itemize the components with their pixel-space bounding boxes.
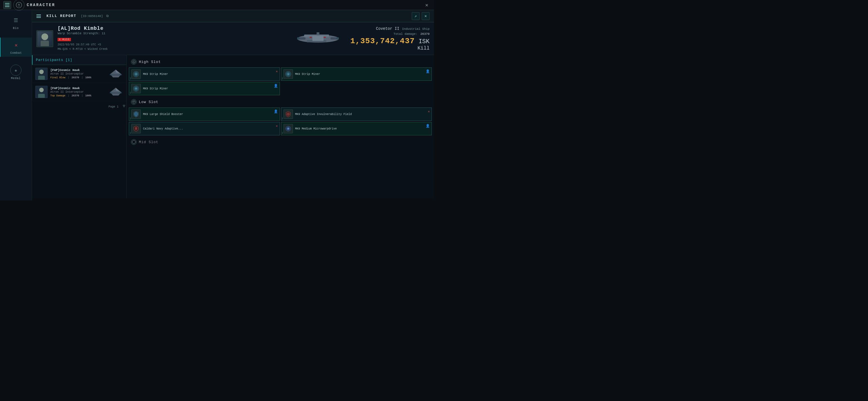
high-slot-grid: 1 MK9 Strip Miner ✕ 1 — [129, 67, 432, 95]
sidebar-item-medal[interactable]: ★ Medal — [0, 62, 32, 82]
high-slot-title: High Slot — [139, 60, 161, 64]
participants-title: Participants [1] — [36, 58, 72, 62]
page-title: CHARACTER — [27, 3, 55, 7]
svg-point-41 — [132, 140, 135, 144]
low-slot-grid: 1 MK9 Large Shield Booster 👤 1 — [129, 108, 432, 135]
svg-point-32 — [135, 88, 136, 89]
svg-point-33 — [132, 100, 135, 104]
high-slot-section: High Slot 1 MK9 Strip Miner — [129, 57, 432, 95]
slot-item-low-4[interactable]: 1 MK9 Medium Microwarpdrive 👤 — [281, 122, 432, 135]
svg-rect-9 — [323, 37, 326, 38]
low-slot-status-2: ✕ — [428, 109, 430, 114]
svg-rect-7 — [312, 36, 323, 41]
participant-stats-1: Final Blow | 26370 | 100% — [50, 76, 106, 79]
high-slot-status-2: 👤 — [426, 69, 430, 74]
svg-rect-8 — [310, 37, 312, 38]
low-slot-icon — [131, 99, 136, 105]
participant-info-1: [FAP]Cosmic Hawk Atron II Interceptor Fi… — [50, 68, 106, 79]
svg-rect-10 — [317, 32, 319, 35]
participant-ship-1: Atron II Interceptor — [50, 73, 106, 76]
top-menu-button[interactable] — [3, 1, 11, 9]
svg-point-16 — [110, 74, 113, 76]
participant-ship-2: Atron II Interceptor — [50, 90, 106, 93]
participants-header: Participants [1] — [32, 55, 126, 65]
player-info: [AL]Rod Kimble Warp Scramble Strength: 1… — [58, 26, 286, 52]
slot-item-high-2[interactable]: 1 MK9 Strip Miner 👤 — [281, 67, 432, 81]
content-area: Participants [1] [FAP]Cosmic Hawk Atron … — [32, 55, 434, 198]
participant-avatar-1 — [35, 68, 48, 80]
svg-point-1 — [18, 5, 20, 6]
participant-item-2: [FAP]Cosmic Hawk Atron II Interceptor To… — [32, 83, 126, 101]
high-slot-status-3: 👤 — [274, 84, 278, 88]
panel-menu-button[interactable] — [36, 13, 43, 20]
next-slot-title: Mid Slot — [139, 140, 158, 144]
high-slot-status-1: ✕ — [276, 69, 278, 74]
invuln-field-icon — [283, 109, 293, 119]
sidebar: ☰ Bio ✕ Combat ★ Medal — [0, 10, 32, 200]
slot-item-low-3[interactable]: 1 Caldari Navy Adaptive... ✕ — [129, 122, 280, 135]
svg-point-40 — [288, 128, 288, 129]
panel-title: KILL REPORT — [46, 14, 76, 18]
kill-result: Kill — [350, 46, 430, 51]
svg-point-22 — [119, 92, 122, 93]
low-slot-header: Low Slot — [129, 97, 432, 106]
high-slot-header: High Slot — [129, 57, 432, 66]
svg-point-12 — [336, 37, 339, 39]
kill-date: 2022/03/05 20:57:49 UTC +5 MN-Q26 < R-M7… — [58, 42, 286, 52]
sidebar-item-bio[interactable]: ☰ Bio — [0, 13, 32, 32]
close-button[interactable]: ✕ — [423, 1, 431, 9]
slots-panel: High Slot 1 MK9 Strip Miner — [127, 55, 434, 198]
pct-1: 100% — [85, 76, 91, 79]
svg-point-26 — [135, 74, 136, 75]
participants-panel: Participants [1] [FAP]Cosmic Hawk Atron … — [32, 55, 127, 198]
damage-label: Total damage: 26370 — [350, 32, 430, 36]
low-slot-section: Low Slot 1 MK9 Large Shield Booster — [129, 97, 432, 135]
high-slot-icon — [131, 59, 136, 65]
low-slot-status-3: ✕ — [276, 124, 278, 128]
avatar — [36, 30, 53, 47]
low-slot-item-4-name: MK9 Medium Microwarpdrive — [295, 127, 430, 131]
character-icon — [13, 0, 25, 10]
combat-icon: ✕ — [11, 40, 22, 50]
svg-rect-37 — [136, 127, 136, 128]
damage-2: 26370 — [71, 94, 79, 97]
slot-item-high-3[interactable]: 1 MK9 Strip Miner 👤 — [129, 82, 280, 95]
svg-point-17 — [119, 74, 122, 76]
ship-image — [290, 28, 346, 50]
isk-label: ISK — [418, 38, 430, 45]
sidebar-label-bio: Bio — [13, 27, 19, 30]
high-slot-item-3-name: MK9 Strip Miner — [143, 87, 277, 90]
top-bar: CHARACTER ✕ — [0, 0, 434, 10]
next-slot-icon — [131, 139, 136, 145]
participant-ship-img-2 — [108, 87, 123, 97]
export-button[interactable]: ↗ — [412, 12, 420, 20]
participant-name-1: [FAP]Cosmic Hawk — [50, 68, 106, 72]
page-indicator: Page 1 — [108, 105, 119, 108]
svg-point-11 — [297, 37, 300, 39]
shield-booster-icon — [131, 109, 141, 119]
low-slot-status-4: 👤 — [426, 124, 430, 128]
low-slot-item-3-name: Caldari Navy Adaptive... — [143, 127, 277, 131]
slot-item-low-2[interactable]: 1 MK9 Adaptive Invulnerability Field ✕ — [281, 108, 432, 121]
svg-point-29 — [288, 74, 289, 75]
participant-item: [FAP]Cosmic Hawk Atron II Interceptor Fi… — [32, 65, 126, 83]
sidebar-item-combat[interactable]: ✕ Combat — [0, 37, 32, 57]
strip-miner-icon-3 — [131, 84, 141, 93]
strip-miner-icon-2 — [283, 69, 293, 79]
filter-icon[interactable]: ▽ — [123, 104, 125, 108]
ship-type: Industrial Ship — [402, 27, 430, 31]
pagination-area: Page 1 ▽ — [32, 101, 126, 109]
player-name: [AL]Rod Kimble — [58, 26, 286, 31]
participant-stats-2: Top Damage | 26370 | 100% — [50, 94, 106, 97]
slot-item-low-1[interactable]: 1 MK9 Large Shield Booster 👤 — [129, 108, 280, 121]
svg-point-21 — [110, 92, 113, 93]
participant-ship-img-1 — [108, 69, 123, 79]
panel-close-button[interactable]: ✕ — [422, 12, 430, 20]
copy-icon[interactable]: ⧉ — [106, 14, 109, 18]
low-slot-item-2-name: MK9 Adaptive Invulnerability Field — [295, 113, 430, 116]
kill-stats: Covetor II Industrial Ship Total damage:… — [350, 26, 430, 51]
microwarpdrive-icon — [283, 124, 293, 134]
bio-menu-icon: ☰ — [10, 15, 21, 26]
slot-item-high-1[interactable]: 1 MK9 Strip Miner ✕ — [129, 67, 280, 81]
participant-avatar-2 — [35, 86, 48, 98]
